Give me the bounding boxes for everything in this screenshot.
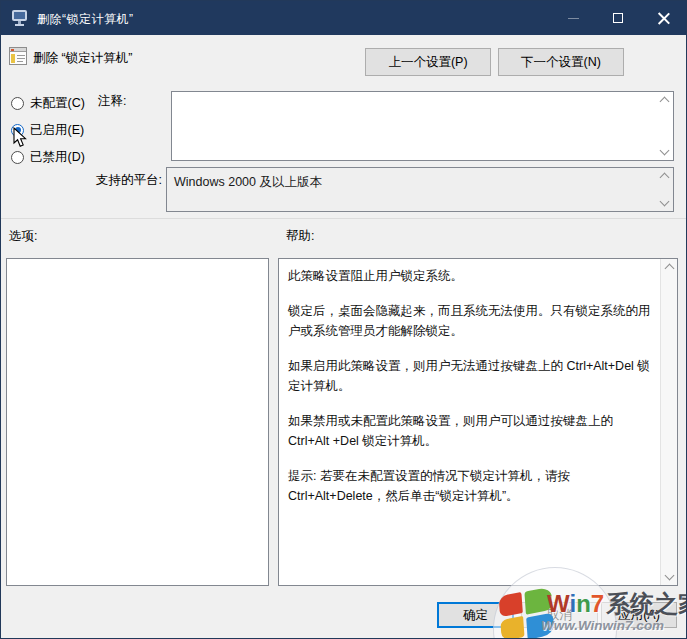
radio-not-configured[interactable]: 未配置(C): [11, 94, 85, 112]
policy-setting-icon: [9, 47, 27, 65]
supported-platform-field: Windows 2000 及以上版本: [166, 167, 674, 212]
help-label: 帮助:: [286, 228, 314, 245]
comment-scroll-down-icon[interactable]: [660, 146, 670, 156]
help-scroll-up-icon[interactable]: [665, 264, 675, 274]
radio-circle-icon: [11, 97, 24, 110]
window-title: 删除“锁定计算机”: [37, 11, 134, 28]
previous-setting-button[interactable]: 上一个设置(P): [365, 48, 491, 76]
next-setting-button[interactable]: 下一个设置(N): [498, 48, 624, 76]
platform-scroll-down-icon[interactable]: [660, 197, 670, 207]
help-scrollbar[interactable]: [660, 259, 677, 585]
maximize-button[interactable]: [596, 1, 641, 35]
platform-scroll-up-icon[interactable]: [660, 173, 670, 183]
radio-circle-icon: [11, 151, 24, 164]
minimize-icon: [568, 18, 579, 19]
supported-platform-value: Windows 2000 及以上版本: [174, 174, 322, 191]
radio-label: 已启用(E): [30, 122, 84, 139]
comment-label: 注释:: [98, 93, 126, 110]
help-paragraph: 如果禁用或未配置此策略设置，则用户可以通过按键盘上的 Ctrl+Alt +Del…: [288, 411, 656, 451]
close-button[interactable]: [641, 1, 686, 35]
radio-label: 未配置(C): [30, 95, 85, 112]
comment-scroll-up-icon[interactable]: [660, 97, 670, 107]
ok-button[interactable]: 确定: [437, 602, 514, 628]
page-title: 删除 “锁定计算机”: [33, 50, 132, 67]
help-text: 此策略设置阻止用户锁定系统。 锁定后，桌面会隐藏起来，而且系统无法使用。只有锁定…: [279, 259, 660, 585]
policy-setting-dialog: 删除“锁定计算机” 删除 “锁定计算机” 上一个设置(P) 下一个设置(N) 未…: [0, 0, 687, 639]
help-scroll-down-icon[interactable]: [665, 571, 675, 581]
help-paragraph: 此策略设置阻止用户锁定系统。: [288, 266, 656, 286]
options-label: 选项:: [9, 228, 37, 245]
cancel-button[interactable]: 取消: [521, 602, 598, 628]
help-paragraph: 如果启用此策略设置，则用户无法通过按键盘上的 Ctrl+Alt+Del 锁定计算…: [288, 356, 656, 396]
radio-label: 已禁用(D): [30, 149, 85, 166]
options-pane: [6, 258, 269, 586]
help-pane: 此策略设置阻止用户锁定系统。 锁定后，桌面会隐藏起来，而且系统无法使用。只有锁定…: [278, 258, 678, 586]
supported-platform-label: 支持的平台:: [96, 172, 162, 189]
mouse-cursor-icon: [13, 127, 29, 149]
apply-button[interactable]: 应用(A): [601, 602, 677, 628]
close-icon: [658, 12, 670, 24]
help-paragraph: 锁定后，桌面会隐藏起来，而且系统无法使用。只有锁定系统的用户或系统管理员才能解除…: [288, 301, 656, 341]
radio-disabled[interactable]: 已禁用(D): [11, 148, 85, 166]
section-divider: [1, 218, 687, 219]
computer-monitor-icon: [12, 9, 29, 26]
minimize-button[interactable]: [551, 1, 596, 35]
comment-input[interactable]: [171, 91, 674, 161]
help-paragraph: 提示: 若要在未配置设置的情况下锁定计算机，请按 Ctrl+Alt+Delete…: [288, 466, 656, 506]
titlebar[interactable]: 删除“锁定计算机”: [1, 1, 686, 35]
maximize-icon: [613, 13, 623, 23]
